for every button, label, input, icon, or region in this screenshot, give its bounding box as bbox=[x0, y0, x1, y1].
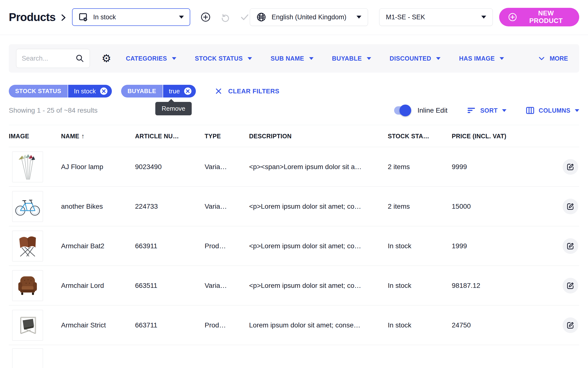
columns-button[interactable]: COLUMNS bbox=[526, 107, 579, 114]
cell-name: Armchair Lord bbox=[61, 282, 135, 290]
column-header-article-number[interactable]: ARTICLE NU… bbox=[135, 133, 205, 140]
filter-settings-gear-icon[interactable]: ⚙︎ bbox=[102, 53, 111, 64]
cell-price: 98187.12 bbox=[452, 282, 532, 290]
cell-price: 15000 bbox=[452, 203, 532, 210]
column-header-type[interactable]: TYPE bbox=[205, 133, 249, 140]
filter-has-image[interactable]: HAS IMAGE bbox=[459, 55, 504, 62]
language-selector-value: English (United Kingdom) bbox=[272, 13, 346, 21]
edit-product-button[interactable] bbox=[563, 317, 578, 333]
table-header-row: IMAGE NAME ↑ ARTICLE NU… TYPE DESCRIPTIO… bbox=[9, 125, 579, 147]
columns-label: COLUMNS bbox=[539, 107, 570, 114]
filter-label: DISCOUNTED bbox=[390, 55, 431, 62]
remove-filter-icon[interactable] bbox=[184, 87, 192, 95]
column-header-name[interactable]: NAME ↑ bbox=[61, 132, 135, 140]
chip-label: STOCK STATUS bbox=[9, 85, 68, 97]
chesterfield-armchair-image bbox=[15, 273, 40, 298]
view-selector-dropdown[interactable]: In stock bbox=[72, 8, 190, 26]
tooltip-text: Remove bbox=[162, 105, 185, 112]
confirm-check-icon[interactable] bbox=[240, 12, 250, 22]
product-image bbox=[15, 352, 40, 368]
product-thumbnail bbox=[12, 310, 43, 341]
filter-chip-buyable: BUYABLE true bbox=[121, 85, 196, 97]
edit-pencil-icon bbox=[567, 203, 574, 210]
sort-icon bbox=[467, 107, 476, 114]
product-thumbnail bbox=[12, 191, 43, 222]
filter-categories[interactable]: CATEGORIES bbox=[126, 55, 176, 62]
undo-icon[interactable] bbox=[220, 12, 230, 22]
chip-value: true bbox=[169, 87, 180, 95]
edit-product-button[interactable] bbox=[563, 159, 578, 175]
columns-icon bbox=[526, 107, 534, 114]
results-summary: Showing 1 - 25 of ~84 results bbox=[9, 107, 97, 114]
cell-price: 24750 bbox=[452, 321, 532, 329]
cell-type: Prod… bbox=[205, 242, 249, 250]
remove-filter-icon[interactable] bbox=[100, 87, 108, 95]
edit-product-button[interactable] bbox=[563, 238, 578, 254]
table-row[interactable]: another Bikes 224733 Varia… <p>Lorem ips… bbox=[9, 187, 579, 226]
cell-name: Armchair Strict bbox=[61, 321, 135, 329]
more-label: MORE bbox=[550, 55, 568, 62]
strict-armchair-image bbox=[15, 313, 40, 337]
market-selector-dropdown[interactable]: M1-SE - SEK bbox=[379, 8, 493, 26]
filter-label: CATEGORIES bbox=[126, 55, 167, 62]
table-row[interactable]: Armchair Strict 663711 Prod… Lorem ipsum… bbox=[9, 305, 579, 345]
search-icon[interactable] bbox=[75, 54, 84, 63]
butterfly-chair-image bbox=[15, 234, 40, 258]
cell-article-number: 663711 bbox=[135, 321, 205, 329]
table-row-partial[interactable] bbox=[9, 345, 579, 354]
more-filters-button[interactable]: MORE bbox=[538, 55, 568, 62]
cell-description: <p>Lorem ipsum dolor sit amet; co… bbox=[249, 203, 388, 210]
product-thumbnail bbox=[12, 348, 43, 368]
filter-buyable[interactable]: BUYABLE bbox=[332, 55, 371, 62]
toggle-knob bbox=[399, 105, 411, 116]
cell-article-number: 9023490 bbox=[135, 163, 205, 171]
edit-product-button[interactable] bbox=[563, 199, 578, 214]
product-thumbnail bbox=[12, 152, 43, 182]
globe-icon bbox=[256, 12, 266, 22]
language-selector-dropdown[interactable]: English (United Kingdom) bbox=[250, 8, 368, 26]
filter-label: STOCK STATUS bbox=[195, 55, 243, 62]
sort-button[interactable]: SORT bbox=[467, 107, 506, 114]
column-header-price[interactable]: PRICE (INCL. VAT) bbox=[452, 133, 532, 140]
table-row[interactable]: Armchair Bat2 663911 Prod… <p>Lorem ipsu… bbox=[9, 226, 579, 266]
remove-tooltip: Remove bbox=[155, 102, 192, 115]
market-selector-value: M1-SE - SEK bbox=[386, 13, 425, 21]
column-header-stock-status[interactable]: STOCK STA… bbox=[388, 133, 452, 140]
cell-description: <p><span>Lorem ipsum dolor sit a… bbox=[249, 163, 388, 171]
column-header-description[interactable]: DESCRIPTION bbox=[249, 133, 388, 140]
table-row[interactable]: Armchair Lord 663511 Varia… <p>Lorem ips… bbox=[9, 266, 579, 305]
view-controls: Inline Edit SORT COLUMNS bbox=[394, 106, 579, 115]
filter-stock-status[interactable]: STOCK STATUS bbox=[195, 55, 252, 62]
cell-stock-status: 2 items bbox=[388, 203, 452, 210]
column-header-image[interactable]: IMAGE bbox=[9, 133, 61, 140]
chevron-down-icon bbox=[575, 109, 579, 112]
chevron-down-icon bbox=[500, 57, 504, 60]
cell-description: <p>Lorem ipsum dolor sit amet; co… bbox=[249, 282, 388, 290]
chip-label: BUYABLE bbox=[121, 85, 163, 97]
inline-edit-toggle[interactable] bbox=[394, 106, 410, 115]
column-header-label: NAME bbox=[61, 133, 79, 140]
active-filters-row: STOCK STATUS In stock BUYABLE true CLEAR… bbox=[9, 85, 579, 97]
cell-article-number: 224733 bbox=[135, 203, 205, 210]
edit-product-button[interactable] bbox=[563, 278, 578, 293]
edit-pencil-icon bbox=[567, 163, 574, 171]
cell-description: <p>Lorem ipsum dolor sit amet; co… bbox=[249, 242, 388, 250]
filter-sub-name[interactable]: SUB NAME bbox=[271, 55, 313, 62]
chevron-down-icon bbox=[357, 16, 361, 19]
search-input[interactable] bbox=[22, 55, 75, 62]
chip-value: In stock bbox=[74, 87, 96, 95]
add-view-button[interactable] bbox=[200, 12, 211, 22]
edit-pencil-icon bbox=[567, 321, 574, 329]
cell-type: Varia… bbox=[205, 163, 249, 171]
cell-type: Varia… bbox=[205, 282, 249, 290]
table-row[interactable]: AJ Floor lamp 9023490 Varia… <p><span>Lo… bbox=[9, 147, 579, 187]
cell-name: another Bikes bbox=[61, 203, 135, 210]
chevron-down-icon bbox=[481, 16, 486, 19]
cell-stock-status: In stock bbox=[388, 282, 452, 290]
product-thumbnail bbox=[12, 270, 43, 301]
chevron-down-icon bbox=[538, 56, 545, 61]
filter-discounted[interactable]: DISCOUNTED bbox=[390, 55, 441, 62]
cell-stock-status: 2 items bbox=[388, 163, 452, 171]
clear-filters-button[interactable]: CLEAR FILTERS bbox=[215, 87, 279, 95]
new-product-button[interactable]: NEW PRODUCT bbox=[499, 8, 579, 26]
